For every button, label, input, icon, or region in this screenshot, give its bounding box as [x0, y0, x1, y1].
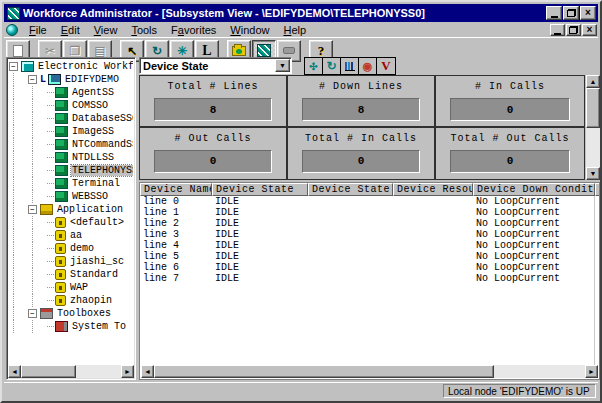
scroll-right-icon[interactable]: ► — [121, 365, 134, 378]
mdi-restore-button[interactable] — [566, 24, 581, 36]
chevron-down-icon[interactable]: ▼ — [275, 59, 290, 72]
tree-item-agentss[interactable]: AgentSS — [9, 86, 133, 99]
column-header-device-name[interactable]: Device Name — [140, 183, 212, 196]
column-header-extra[interactable] — [595, 183, 600, 196]
tree-item-system-to[interactable]: System To — [9, 320, 133, 333]
expander-minus-icon[interactable]: − — [28, 75, 37, 84]
table-row[interactable]: line 6IDLENo LoopCurrent — [140, 262, 599, 273]
table-row[interactable]: line 0IDLENo LoopCurrent — [140, 196, 599, 207]
cell: No LoopCurrent — [473, 207, 595, 218]
monitor-settings-button[interactable]: ✣ — [305, 58, 323, 74]
tree-guide — [47, 183, 54, 184]
cell — [308, 251, 393, 262]
close-button[interactable]: × — [580, 6, 596, 20]
tree-guide — [47, 326, 54, 327]
stat-panel-toolbar: ✣↻◉V — [304, 57, 396, 75]
mdi-minimize-icon — [554, 33, 561, 35]
cell: No LoopCurrent — [473, 273, 595, 284]
scroll-left-icon[interactable]: ◄ — [141, 365, 154, 378]
menu-item-window[interactable]: Window — [223, 23, 276, 37]
tree-item-imagess[interactable]: ImageSS — [9, 125, 133, 138]
menu-item-edit[interactable]: Edit — [54, 23, 87, 37]
table-row[interactable]: line 3IDLENo LoopCurrent — [140, 229, 599, 240]
tree-item-comsso[interactable]: COMSSO — [9, 99, 133, 112]
tree-item-terminal[interactable]: Terminal — [9, 177, 133, 190]
scroll-right-icon[interactable]: ► — [585, 365, 598, 378]
cell: No LoopCurrent — [473, 196, 595, 207]
bar-chart-button[interactable] — [341, 58, 359, 74]
expander-minus-icon[interactable]: − — [9, 62, 18, 71]
tree-item-electronic-workfor[interactable]: −Electronic Workfor — [9, 60, 133, 73]
tree-item-zhaopin[interactable]: zhaopin — [9, 294, 133, 307]
alarm-button[interactable]: ◉ — [359, 58, 377, 74]
tree-item--default-[interactable]: <default> — [9, 216, 133, 229]
minimize-button[interactable] — [546, 6, 562, 20]
tree-item-toolboxes[interactable]: −Toolboxes — [9, 307, 133, 320]
tree-item-label: ImageSS — [71, 126, 115, 137]
mdi-minimize-button[interactable] — [550, 24, 565, 36]
cell: line 3 — [140, 229, 212, 240]
stats-vertical-scrollbar[interactable]: ▲ ▼ — [586, 75, 600, 180]
menu-item-view[interactable]: View — [87, 23, 125, 37]
scroll-left-icon[interactable]: ◄ — [8, 365, 21, 378]
column-header-device-state[interactable]: Device State — [212, 183, 308, 196]
tree-item-label: WAP — [69, 282, 89, 293]
app-icon — [55, 295, 66, 306]
table-row[interactable]: line 5IDLENo LoopCurrent — [140, 251, 599, 262]
validate-button[interactable]: V — [377, 58, 395, 74]
tree-item-demo[interactable]: demo — [9, 242, 133, 255]
tree-item-edifydemo[interactable]: −LEDIFYDEMO — [9, 73, 133, 86]
table-row[interactable]: line 7IDLENo LoopCurrent — [140, 273, 599, 284]
stat-view-dropdown[interactable]: Device State ▼ — [139, 57, 292, 74]
scroll-thumb[interactable] — [586, 88, 600, 128]
scroll-track[interactable] — [76, 365, 121, 378]
table-row[interactable]: line 2IDLENo LoopCurrent — [140, 218, 599, 229]
stat-label: # In Calls — [436, 81, 584, 92]
menu-item-help[interactable]: Help — [276, 23, 313, 37]
monitor-settings-icon: ✣ — [309, 61, 317, 72]
scroll-thumb[interactable] — [154, 365, 494, 378]
expander-minus-icon[interactable]: − — [28, 309, 37, 318]
scroll-down-icon[interactable]: ▼ — [586, 167, 600, 180]
table-row[interactable]: line 4IDLENo LoopCurrent — [140, 240, 599, 251]
tree-item-aa[interactable]: aa — [9, 229, 133, 242]
scroll-thumb[interactable] — [21, 365, 76, 378]
expander-minus-icon[interactable]: − — [28, 205, 37, 214]
mdi-document-icon[interactable] — [6, 24, 18, 36]
tree-guide — [32, 320, 47, 333]
table-horizontal-scrollbar[interactable]: ◄ ► — [141, 365, 598, 378]
tree-item-wap[interactable]: WAP — [9, 281, 133, 294]
tree-item-telephonyss0[interactable]: TELEPHONYSS0 — [9, 164, 133, 177]
restore-icon — [567, 9, 576, 17]
scroll-track[interactable] — [494, 365, 585, 378]
tree-item-application[interactable]: −Application — [9, 203, 133, 216]
tree-guide — [47, 170, 54, 171]
tree-horizontal-scrollbar[interactable]: ◄ ► — [8, 365, 134, 378]
sub-icon — [55, 126, 68, 137]
sub-icon — [55, 113, 68, 124]
tree-item-ntcommandss[interactable]: NTCommandSS — [9, 138, 133, 151]
tree-item-databasesso[interactable]: DatabaseSSO — [9, 112, 133, 125]
menu-item-tools[interactable]: Tools — [124, 23, 164, 37]
tree-guide — [13, 229, 28, 242]
column-header-device-resou-[interactable]: Device Resou... — [393, 183, 473, 196]
restore-button[interactable] — [563, 6, 579, 20]
cell: No LoopCurrent — [473, 251, 595, 262]
tree-item-standard[interactable]: Standard — [9, 268, 133, 281]
tree-item-jiashi-sc[interactable]: jiashi_sc — [9, 255, 133, 268]
tree-guide — [13, 177, 28, 190]
mdi-close-button[interactable]: × — [582, 24, 597, 36]
menu-item-favorites[interactable]: Favorites — [164, 23, 223, 37]
tree-item-websso[interactable]: WEBSSO — [9, 190, 133, 203]
refresh-view-button[interactable]: ↻ — [323, 58, 341, 74]
scroll-track[interactable] — [586, 128, 600, 167]
scroll-up-icon[interactable]: ▲ — [586, 75, 600, 88]
menu-item-file[interactable]: File — [22, 23, 54, 37]
table-row[interactable]: line 1IDLENo LoopCurrent — [140, 207, 599, 218]
node-status: Local node 'EDIFYDEMO' is UP — [443, 384, 596, 398]
tree-item-ntdllss[interactable]: NTDLLSS — [9, 151, 133, 164]
cell: line 6 — [140, 262, 212, 273]
column-header-device-state-a-[interactable]: Device State A... — [308, 183, 393, 196]
column-header-device-down-condition[interactable]: Device Down Condition — [473, 183, 595, 196]
workforce-view-icon — [257, 44, 271, 57]
